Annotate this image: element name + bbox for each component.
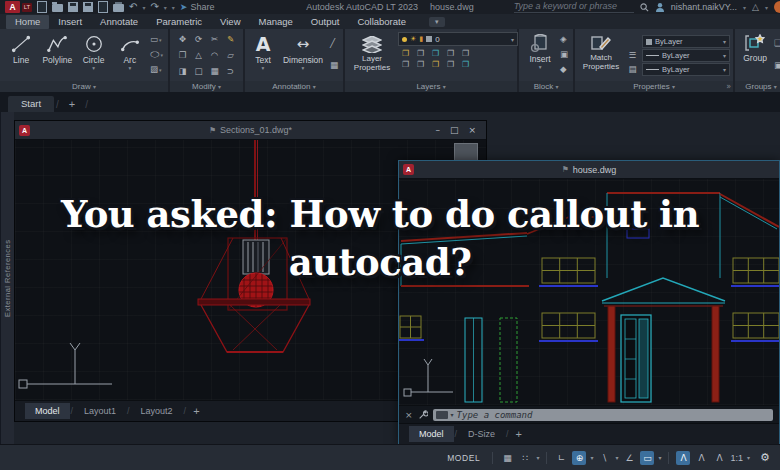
rectangle-caret-icon[interactable]: ▾ (159, 37, 162, 43)
new-file-icon[interactable] (37, 1, 47, 13)
polyline-tool-button[interactable]: Polyline (41, 32, 73, 79)
tab-home[interactable]: Home (6, 15, 49, 29)
tab-insert[interactable]: Insert (49, 15, 91, 29)
osnap-angle-icon[interactable]: ∠ (622, 451, 636, 465)
close-icon[interactable]: × (468, 125, 476, 135)
layer-color-swatch[interactable] (426, 36, 432, 42)
layer-isolate-icon[interactable]: ❐ (413, 48, 428, 59)
snap-icon[interactable]: ∷ (518, 451, 532, 465)
print-icon[interactable] (113, 4, 124, 12)
layer-on-icon[interactable] (402, 37, 407, 42)
erase-icon[interactable]: ✎ (223, 32, 238, 47)
tab-model[interactable]: Model (409, 426, 454, 442)
wrench-icon[interactable] (418, 410, 428, 420)
tab-layout2[interactable]: Layout2 (131, 403, 183, 419)
layer-lock-icon[interactable]: ▮ (419, 36, 423, 43)
explode-icon[interactable]: ⊃ (223, 64, 238, 79)
block-edit-icon[interactable]: ◈ (560, 35, 568, 44)
pin-icon[interactable]: ⚑ (562, 165, 569, 174)
redo-icon[interactable]: ↷ (150, 1, 158, 13)
snap-caret-icon[interactable]: ▾ (536, 454, 539, 461)
new-drawing-tab-button[interactable]: + (69, 98, 75, 110)
line-tool-button[interactable]: Line (5, 32, 37, 79)
insert-caret-icon[interactable]: ▾ (539, 65, 542, 69)
model-space-label[interactable]: MODEL (447, 453, 480, 463)
properties-panel-label[interactable]: Properties ▾» (575, 81, 733, 92)
tab-output[interactable]: Output (302, 15, 349, 29)
polar-tracking-icon[interactable]: ⊕ (572, 451, 586, 465)
command-prompt-caret-icon[interactable]: ▾ (451, 411, 454, 418)
help-caret-icon[interactable]: ▾ (765, 4, 768, 11)
ortho-icon[interactable]: ∟ (554, 451, 568, 465)
open-file-icon[interactable] (52, 4, 63, 12)
match-properties-button[interactable]: Match Properties (580, 32, 622, 79)
hatch-icon[interactable]: ▨ (150, 65, 158, 74)
mirror-icon[interactable]: △ (191, 48, 206, 63)
linetype-dropdown[interactable]: ByLayer ▾ (642, 63, 730, 76)
group-button[interactable]: Group (740, 32, 770, 79)
block-define-icon[interactable]: ◆ (560, 65, 568, 74)
dimension-caret-icon[interactable]: ▾ (302, 66, 305, 70)
rotate-icon[interactable]: ⟳ (191, 32, 206, 47)
command-prompt-icon[interactable] (436, 411, 448, 419)
circle-caret-icon[interactable]: ▾ (92, 66, 95, 70)
layer-freeze-tool-icon[interactable]: ❐ (428, 48, 443, 59)
trim-icon[interactable]: ✂ (207, 32, 222, 47)
object-color-dropdown[interactable]: ByLayer ▾ (642, 35, 730, 48)
offset-icon[interactable]: ▱ (223, 48, 238, 63)
tab-manage[interactable]: Manage (250, 15, 302, 29)
layer-dropdown-caret-icon[interactable]: ▾ (511, 36, 514, 43)
arc-caret-icon[interactable]: ▾ (128, 66, 131, 70)
autodesk-triangle-icon[interactable]: △ (752, 2, 759, 12)
array-icon[interactable]: ▦ (207, 64, 222, 79)
autocad-logo-icon[interactable]: A (5, 1, 20, 13)
sections-window-titlebar[interactable]: A ⚑ Sections_01.dwg* – □ × (15, 121, 486, 140)
table-icon[interactable]: ▦ (330, 61, 338, 70)
house-window-titlebar[interactable]: A ⚑ house.dwg (399, 161, 779, 179)
user-menu-caret-icon[interactable]: ▾ (743, 4, 746, 11)
tab-d-size[interactable]: D-Size (458, 426, 505, 442)
isodraft-icon[interactable]: ∖ (597, 451, 611, 465)
ellipse-icon[interactable]: ◯ (150, 51, 160, 57)
arc-tool-button[interactable]: Arc ▾ (114, 32, 146, 79)
layer-thaw-icon[interactable]: ❐ (413, 59, 428, 70)
circle-tool-button[interactable]: Circle ▾ (77, 32, 109, 79)
move-icon[interactable]: ✥ (175, 32, 190, 47)
linetype-icon[interactable]: ▤ (626, 65, 639, 74)
annotation-autoscale-icon[interactable]: Ʌ (694, 451, 708, 465)
leader-icon[interactable]: ╱ (330, 39, 338, 48)
gear-icon[interactable]: ⚙ (758, 451, 772, 465)
layer-walk-icon[interactable]: ❐ (458, 59, 473, 70)
export-icon[interactable] (98, 1, 108, 13)
search-icon[interactable] (640, 3, 649, 12)
external-references-palette-tab[interactable]: External References (0, 112, 14, 445)
maximize-icon[interactable]: □ (450, 125, 459, 135)
text-caret-icon[interactable]: ▾ (262, 66, 265, 70)
annotation-scale-value[interactable]: 1:1 (730, 453, 743, 463)
draw-panel-label[interactable]: Draw ▾ (0, 81, 168, 92)
tab-parametric[interactable]: Parametric (147, 15, 211, 29)
tab-view[interactable]: View (211, 15, 249, 29)
modify-panel-label[interactable]: Modify ▾ (170, 81, 243, 92)
layer-lock-tool-icon[interactable]: ❐ (443, 48, 458, 59)
command-close-icon[interactable]: × (405, 410, 413, 420)
qat-customize-icon[interactable]: ▾ (172, 4, 175, 11)
annotation-scale-icon[interactable]: Ʌ (712, 451, 726, 465)
dimension-tool-button[interactable]: ↔ Dimension ▾ (280, 32, 326, 79)
isodraft-caret-icon[interactable]: ▾ (615, 454, 618, 461)
osnap-caret-icon[interactable]: ▾ (658, 454, 661, 461)
groups-panel-label[interactable]: Groups ▾ (735, 81, 780, 92)
lineweight-icon[interactable]: ☰ (626, 51, 639, 60)
ribbon-options-button[interactable]: ▾ (429, 17, 445, 27)
lineweight-dropdown[interactable]: ByLayer ▾ (642, 49, 730, 62)
layer-dropdown[interactable]: ☀ ▮ 0 ▾ (398, 32, 518, 46)
block-panel-label[interactable]: Block ▾ (519, 81, 573, 92)
copy-icon[interactable]: ❐ (175, 48, 190, 63)
osnap-icon[interactable]: ▭ (640, 451, 654, 465)
properties-expand-icon[interactable]: » (726, 81, 731, 92)
pin-icon[interactable]: ⚑ (209, 126, 216, 135)
search-input[interactable]: Type a keyword or phrase (514, 1, 634, 13)
undo-caret-icon[interactable]: ▾ (142, 4, 145, 11)
layer-match-icon[interactable]: ❐ (458, 48, 473, 59)
layers-panel-label[interactable]: Layers ▾ (345, 81, 517, 92)
